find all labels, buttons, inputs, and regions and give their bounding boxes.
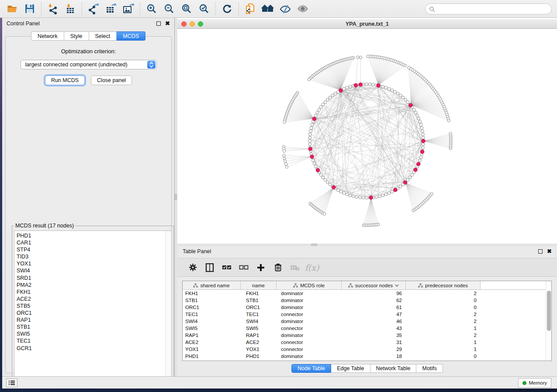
add-row-button[interactable] bbox=[254, 261, 267, 274]
column-header-predecessor-nodes[interactable]: predecessor nodes bbox=[406, 281, 481, 289]
table-row[interactable]: RAP1RAP1dominator352 bbox=[183, 332, 551, 339]
share-document-button[interactable] bbox=[242, 1, 259, 16]
memory-button[interactable]: Memory bbox=[518, 378, 551, 388]
splitter-grip[interactable] bbox=[175, 194, 177, 200]
tab-mcds[interactable]: MCDS bbox=[117, 31, 145, 41]
search-input[interactable] bbox=[435, 6, 551, 12]
zoom-in-button[interactable] bbox=[143, 1, 160, 16]
scrollbar-thumb[interactable] bbox=[547, 291, 551, 331]
table-row[interactable]: SWI5SWI5connector431 bbox=[183, 325, 551, 332]
mcds-result-item[interactable]: SWI4 bbox=[17, 267, 171, 274]
mcds-result-item[interactable]: RAP1 bbox=[17, 316, 171, 323]
mcds-result-item[interactable]: STP4 bbox=[17, 246, 171, 253]
network-titlebar[interactable]: YPA_prune.txt_1 bbox=[177, 19, 557, 29]
split-view-button[interactable] bbox=[203, 261, 216, 274]
mcds-result-item[interactable]: STB5 bbox=[17, 303, 171, 309]
table-row[interactable]: PHD1PHD1dominator180 bbox=[183, 353, 551, 360]
float-panel-icon[interactable] bbox=[538, 249, 543, 254]
tab-network-table[interactable]: Network Table bbox=[370, 364, 417, 373]
zoom-selected-button[interactable] bbox=[195, 1, 213, 16]
function-builder-button[interactable]: f(x) bbox=[305, 261, 318, 274]
export-table-button[interactable] bbox=[102, 1, 120, 16]
mcds-result-item[interactable]: FKH1 bbox=[17, 289, 171, 296]
column-label: name bbox=[252, 283, 265, 288]
show-graphics-details-button[interactable] bbox=[294, 1, 311, 16]
cell: dominator bbox=[277, 298, 342, 303]
table-row[interactable]: ORC1ORC1dominator610 bbox=[183, 304, 551, 311]
table-row[interactable]: STB1STB1dominator620 bbox=[183, 297, 551, 304]
tab-motifs[interactable]: Motifs bbox=[416, 364, 443, 373]
mcds-result-item[interactable]: ACE2 bbox=[17, 296, 171, 303]
mcds-result-item[interactable]: GCR1 bbox=[17, 345, 171, 352]
network-canvas[interactable] bbox=[177, 29, 557, 244]
cell: TEC1 bbox=[183, 312, 241, 317]
select-all-button[interactable] bbox=[220, 261, 233, 274]
column-header-MCDS-role[interactable]: MCDS role bbox=[277, 281, 342, 289]
import-network-button[interactable] bbox=[44, 1, 62, 16]
optimization-criterion-select[interactable]: largest connected component (undirected) bbox=[21, 60, 157, 69]
save-session-button[interactable] bbox=[21, 1, 38, 16]
table-row[interactable]: SWI4SWI4dominator462 bbox=[183, 318, 551, 325]
table-row[interactable]: YOX1YOX1connector291 bbox=[183, 346, 551, 353]
mcds-result-listbox: PHD1CAR1STP4TID3YOX1SWI4SRD1PMA2FKH1ACE2… bbox=[14, 230, 172, 382]
toolbar-separator bbox=[215, 2, 216, 15]
cell: STB1 bbox=[241, 298, 277, 303]
delete-row-button[interactable] bbox=[271, 261, 284, 274]
import-table-button[interactable] bbox=[62, 1, 79, 16]
close-panel-icon[interactable]: ✖ bbox=[165, 21, 170, 26]
mcds-result-item[interactable]: SRD1 bbox=[17, 275, 171, 282]
float-panel-icon[interactable] bbox=[156, 21, 161, 26]
table-scrollbar[interactable] bbox=[546, 281, 551, 361]
mcds-result-item[interactable]: CAR1 bbox=[17, 239, 171, 246]
run-mcds-button[interactable]: Run MCDS bbox=[45, 76, 85, 85]
close-panel-button[interactable]: Close panel bbox=[91, 76, 132, 85]
tab-node-table[interactable]: Node Table bbox=[291, 364, 331, 373]
hide-graphics-details-button[interactable] bbox=[277, 1, 294, 16]
mcds-result-item[interactable]: SWI5 bbox=[17, 330, 171, 337]
mcds-result-item[interactable]: TEC1 bbox=[17, 337, 171, 344]
open-file-button[interactable] bbox=[3, 1, 21, 16]
mcds-list-scrollbar[interactable] bbox=[165, 231, 171, 382]
column-header-name[interactable]: name bbox=[241, 281, 277, 289]
table-settings-button[interactable] bbox=[186, 261, 199, 274]
tab-style[interactable]: Style bbox=[64, 31, 89, 41]
cell: ORC1 bbox=[241, 305, 277, 310]
mcds-result-item[interactable]: STB1 bbox=[17, 323, 171, 330]
column-header-successor-nodes[interactable]: successor nodes bbox=[342, 281, 406, 289]
close-panel-icon[interactable]: ✖ bbox=[547, 249, 552, 254]
open-folder-icon bbox=[7, 3, 18, 14]
splitter-grip[interactable] bbox=[311, 244, 317, 246]
cell: 47 bbox=[342, 312, 406, 317]
mcds-result-item[interactable]: YOX1 bbox=[17, 260, 171, 267]
zoom-fit-button[interactable] bbox=[178, 1, 195, 16]
mcds-result-group: MCDS result (17 nodes) PHD1CAR1STP4TID3Y… bbox=[12, 223, 174, 384]
task-history-button[interactable] bbox=[6, 378, 17, 387]
mcds-result-item[interactable]: TID3 bbox=[17, 253, 171, 260]
home-view-button[interactable] bbox=[259, 1, 277, 16]
deselect-all-button[interactable] bbox=[237, 261, 250, 274]
table-row[interactable]: TEC1TEC1connector472 bbox=[183, 311, 551, 318]
network-graph[interactable] bbox=[177, 29, 557, 244]
export-image-button[interactable] bbox=[120, 1, 137, 16]
cell: 46 bbox=[342, 319, 406, 324]
table-row[interactable]: FKH1FKH1dominator962 bbox=[183, 290, 551, 297]
mcds-result-item[interactable]: ORC1 bbox=[17, 309, 171, 316]
toolbar-separator bbox=[82, 2, 82, 15]
mcds-result-list[interactable]: PHD1CAR1STP4TID3YOX1SWI4SRD1PMA2FKH1ACE2… bbox=[14, 231, 171, 352]
cell: connector bbox=[277, 312, 342, 317]
tab-edge-table[interactable]: Edge Table bbox=[331, 364, 370, 373]
mcds-result-title: MCDS result (17 nodes) bbox=[14, 223, 75, 229]
mcds-result-item[interactable]: PHD1 bbox=[17, 232, 171, 239]
column-header-shared-name[interactable]: shared name bbox=[183, 281, 241, 289]
cell: connector bbox=[277, 340, 342, 345]
control-panel: Control Panel ✖ NetworkStyleSelectMCDS O… bbox=[2, 18, 175, 376]
tab-select[interactable]: Select bbox=[89, 31, 117, 41]
delete-table-button[interactable] bbox=[288, 261, 301, 274]
table-row[interactable]: ACE2ACE2connector311 bbox=[183, 339, 551, 346]
mcds-result-item[interactable]: PMA2 bbox=[17, 282, 171, 289]
export-network-button[interactable] bbox=[85, 1, 102, 16]
cell: RAP1 bbox=[241, 333, 277, 338]
refresh-view-button[interactable] bbox=[218, 1, 236, 16]
zoom-out-button[interactable] bbox=[160, 1, 178, 16]
tab-network[interactable]: Network bbox=[31, 31, 64, 41]
